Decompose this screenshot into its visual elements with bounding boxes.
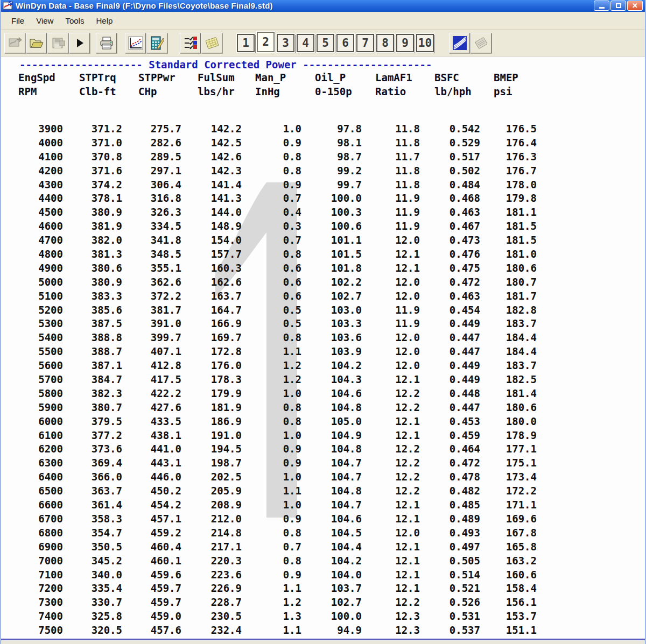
print-button[interactable] [96,33,117,53]
page-button-10[interactable]: 10 [416,34,434,52]
table-cell: 176.5 [480,122,537,136]
table-cell: 5100 [6,289,63,303]
table-cell: 163.7 [181,289,242,303]
minimize-button[interactable] [594,1,609,11]
table-cell: 457.6 [122,624,181,638]
table-cell: 459.7 [122,582,181,596]
table-cell: 0.6 [242,289,301,303]
table-row: 6500363.7450.2205.91.1104.812.20.482172.… [6,484,645,498]
menu-item-tools[interactable]: Tools [59,14,90,27]
table-cell: 1.0 [242,429,301,443]
table-cell: 282.6 [122,136,181,150]
table-cell: 102.7 [301,596,362,610]
table-row: 5100383.3372.2163.70.6102.712.00.463181.… [6,289,645,303]
menu-item-view[interactable]: View [30,14,59,27]
page-button-9[interactable]: 9 [396,34,414,52]
table-cell: 0.6 [242,261,301,275]
table-cell: 412.8 [122,359,181,373]
table-cell: 4600 [6,220,63,233]
menu-item-help[interactable]: Help [90,14,118,27]
play-button[interactable] [69,33,90,53]
table-cell: 104.7 [301,470,362,484]
table-cell: 6700 [6,512,63,526]
page-button-2[interactable]: 2 [257,32,275,52]
table-cell: 454.2 [122,498,181,512]
table-cell: 141.4 [181,178,242,192]
table-cell: 169.6 [480,512,537,526]
table-cell: 0.463 [420,289,480,303]
table-cell: 98.1 [301,136,362,150]
printer-icon [99,36,114,50]
table-cell: 350.5 [63,540,122,554]
table-cell: 228.7 [181,596,242,610]
table-cell: 0.5 [242,317,301,331]
table-cell: 7500 [6,624,63,638]
windyn-window: WinDyn Data - Base Final9 (F:\Dyno Files… [0,0,646,644]
table-cell: 6400 [6,470,63,484]
close-button[interactable]: ✕ [627,1,643,11]
table-row: 6300369.4443.1198.70.9104.712.20.472175.… [6,456,645,470]
table-cell: 167.8 [480,526,537,540]
labels-button[interactable] [471,33,491,53]
table-cell: 184.4 [480,345,537,359]
table-cell: 104.4 [301,540,362,554]
table-cell: 156.1 [480,596,537,610]
export-button[interactable] [4,33,25,53]
table-cell: 335.4 [63,582,122,596]
calculator-button[interactable] [146,33,167,53]
table-row: 4700382.0341.8154.00.7101.112.00.473181.… [6,233,645,247]
table-cell: 12.1 [362,512,420,526]
page-button-8[interactable]: 8 [376,34,394,52]
table-cell: 0.526 [420,596,480,610]
save-button[interactable] [47,33,68,53]
menu-item-file[interactable]: File [5,14,30,27]
report-view: -------------------- Standard Corrected … [1,56,645,639]
table-cell: 372.2 [122,289,181,303]
table-row: 5400388.8399.7169.70.8103.612.00.447184.… [6,331,645,345]
table-cell: 7000 [6,554,63,568]
notes-pad-button[interactable] [201,33,222,53]
table-cell: 0.8 [242,415,301,429]
page-button-3[interactable]: 3 [277,34,294,52]
column-unit: lb/hph [420,84,480,98]
table-cell: 223.6 [181,568,242,582]
table-cell: 0.9 [242,512,301,526]
table-cell: 181.9 [181,401,242,415]
table-cell: 1.0 [242,387,301,401]
table-cell: 183.7 [480,317,537,331]
table-cell: 0.542 [420,122,480,136]
data-rows: 3900371.2275.7142.21.097.811.80.542176.5… [6,122,645,638]
table-cell: 6500 [6,484,63,498]
table-cell: 0.9 [242,442,301,456]
page-button-5[interactable]: 5 [317,34,334,52]
table-cell: 99.7 [301,178,362,192]
graph-button[interactable] [125,33,146,53]
table-cell: 348.5 [122,247,181,261]
table-cell: 6300 [6,456,63,470]
table-cell: 4300 [6,178,63,192]
table-cell: 104.9 [301,429,362,443]
table-cell: 12.0 [362,359,420,373]
power-curves-button[interactable] [449,33,470,53]
table-cell: 177.1 [480,442,537,456]
table-cell: 102.2 [301,275,362,289]
table-cell: 182.8 [480,303,537,317]
table-cell: 105.0 [301,415,362,429]
table-cell: 101.1 [301,233,362,247]
page-button-1[interactable]: 1 [237,34,255,52]
page-button-7[interactable]: 7 [356,34,374,52]
test-checklist-button[interactable] [180,33,201,53]
table-cell: 142.6 [181,150,242,164]
table-cell: 5700 [6,373,63,387]
table-cell: 208.9 [181,498,242,512]
column-unit: Clb-ft [63,84,122,98]
table-cell: 151.1 [480,624,537,638]
table-cell: 12.1 [362,582,420,596]
page-button-6[interactable]: 6 [336,34,354,52]
table-cell: 157.7 [181,247,242,261]
table-cell: 325.8 [63,610,122,624]
table-row: 4500380.9326.3144.00.4100.311.90.463181.… [6,206,645,220]
maximize-button[interactable] [610,1,626,11]
page-button-4[interactable]: 4 [297,34,314,52]
open-file-button[interactable] [26,33,47,53]
